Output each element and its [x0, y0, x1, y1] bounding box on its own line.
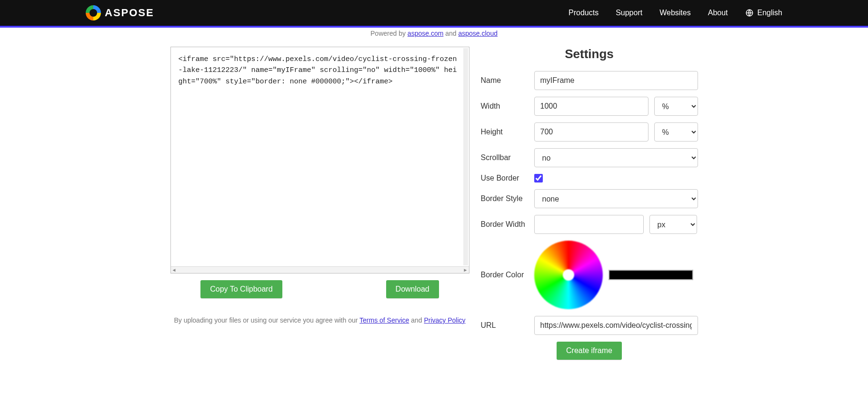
- name-input[interactable]: [534, 71, 698, 90]
- use-border-checkbox[interactable]: [534, 174, 543, 182]
- label-url: URL: [481, 321, 529, 330]
- row-name: Name: [481, 71, 698, 90]
- label-name: Name: [481, 76, 529, 85]
- height-unit-select[interactable]: %: [654, 122, 698, 142]
- main-content: <iframe src="https://www.pexels.com/vide…: [0, 37, 868, 385]
- label-border-style: Border Style: [481, 194, 529, 203]
- download-button[interactable]: Download: [386, 280, 439, 298]
- top-navbar: ASPOSE Products Support Websites About E…: [0, 0, 868, 26]
- url-input[interactable]: [534, 316, 698, 335]
- powered-and: and: [443, 30, 458, 37]
- nav-websites[interactable]: Websites: [659, 9, 691, 17]
- label-border-color: Border Color: [481, 271, 529, 279]
- row-border-width: Border Width px: [481, 215, 698, 234]
- row-width: Width %: [481, 97, 698, 116]
- brand[interactable]: ASPOSE: [86, 5, 154, 20]
- label-width: Width: [481, 102, 529, 111]
- action-buttons: Copy To Clipboard Download: [170, 280, 469, 298]
- left-column: <iframe src="https://www.pexels.com/vide…: [170, 47, 469, 366]
- scroll-right-icon[interactable]: ►: [463, 267, 468, 273]
- row-border-color: Border Color: [481, 241, 698, 309]
- height-input[interactable]: [534, 122, 649, 142]
- horizontal-scrollbar[interactable]: ◄ ►: [171, 266, 469, 273]
- agreement-text: By uploading your files or using our ser…: [170, 316, 469, 324]
- iframe-code-textarea[interactable]: <iframe src="https://www.pexels.com/vide…: [171, 47, 469, 266]
- color-wheel-picker[interactable]: [534, 241, 603, 309]
- label-use-border: Use Border: [481, 174, 529, 182]
- row-create: Create iframe: [481, 342, 698, 360]
- agree-prefix: By uploading your files or using our ser…: [174, 316, 359, 324]
- nav-products[interactable]: Products: [569, 9, 599, 17]
- label-border-width: Border Width: [481, 220, 529, 229]
- scroll-left-icon[interactable]: ◄: [172, 267, 177, 273]
- powered-prefix: Powered by: [370, 30, 408, 37]
- color-swatch-stack: [609, 270, 693, 280]
- row-scrollbar: Scrollbar no: [481, 148, 698, 167]
- width-input[interactable]: [534, 97, 649, 116]
- settings-title: Settings: [481, 47, 698, 61]
- row-border-style: Border Style none: [481, 189, 698, 208]
- width-unit-select[interactable]: %: [654, 97, 698, 116]
- nav-links: Products Support Websites About English: [569, 9, 782, 17]
- scrollbar-select[interactable]: no: [534, 148, 698, 167]
- code-output-panel: <iframe src="https://www.pexels.com/vide…: [170, 47, 469, 273]
- language-selector[interactable]: English: [745, 9, 782, 17]
- link-privacy-policy[interactable]: Privacy Policy: [424, 316, 465, 324]
- accent-bar: [0, 26, 868, 28]
- border-width-input[interactable]: [534, 215, 644, 234]
- link-terms-of-service[interactable]: Terms of Service: [359, 316, 409, 324]
- nav-support[interactable]: Support: [616, 9, 642, 17]
- row-height: Height %: [481, 122, 698, 142]
- row-use-border: Use Border: [481, 174, 698, 182]
- create-iframe-button[interactable]: Create iframe: [557, 342, 622, 360]
- row-url: URL: [481, 316, 698, 335]
- powered-by-text: Powered by aspose.com and aspose.cloud: [0, 30, 868, 37]
- link-aspose-cloud[interactable]: aspose.cloud: [458, 30, 498, 37]
- link-aspose-com[interactable]: aspose.com: [408, 30, 443, 37]
- brand-logo-icon: [86, 5, 101, 20]
- nav-about[interactable]: About: [708, 9, 728, 17]
- label-scrollbar: Scrollbar: [481, 153, 529, 162]
- label-height: Height: [481, 128, 529, 136]
- color-swatch[interactable]: [609, 270, 693, 280]
- brand-text: ASPOSE: [105, 7, 154, 19]
- agree-and: and: [409, 316, 424, 324]
- settings-panel: Settings Name Width % Height % Scrollbar…: [481, 47, 698, 366]
- copy-button[interactable]: Copy To Clipboard: [200, 280, 282, 298]
- border-style-select[interactable]: none: [534, 189, 698, 208]
- language-label: English: [758, 9, 782, 17]
- globe-icon: [745, 9, 754, 17]
- border-width-unit-select[interactable]: px: [649, 215, 697, 234]
